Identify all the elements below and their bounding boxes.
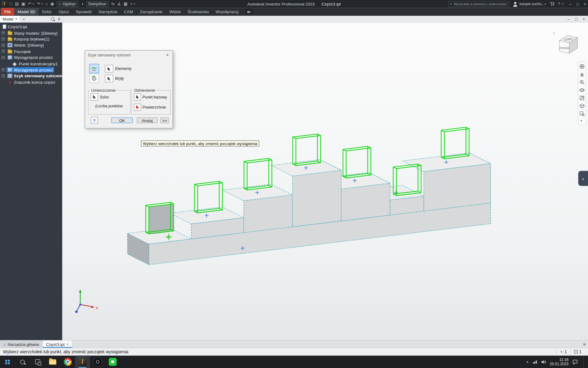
- tree-item-model-states[interactable]: Stany modelu: [Główny]: [0, 30, 62, 36]
- add-quick-tool-icon[interactable]: +: [130, 0, 133, 8]
- tree-item-sketch-driven-pattern1[interactable]: Szyk sterowany szkicem1: [0, 73, 62, 79]
- doc-close-button[interactable]: ×: [583, 17, 585, 21]
- help-search-box[interactable]: ▸: [449, 1, 509, 7]
- qat-customize-caret-icon[interactable]: ▾: [134, 2, 135, 6]
- color-swatch-icon[interactable]: ▦: [124, 0, 128, 8]
- save-icon[interactable]: ▣: [21, 0, 25, 8]
- help-search-input[interactable]: [453, 2, 508, 6]
- look-at-icon[interactable]: [579, 95, 585, 101]
- inventor-app-icon[interactable]: I: [2, 1, 7, 7]
- browser-search-icon[interactable]: [51, 17, 55, 21]
- browser-tab-model[interactable]: Model ×: [0, 16, 21, 22]
- browser-menu-icon[interactable]: ≡: [58, 16, 61, 21]
- ribbon-tab-srodowiska[interactable]: Środowiska: [184, 8, 212, 15]
- redo-caret-icon[interactable]: ▾: [41, 2, 43, 6]
- material-dropdown[interactable]: ◐ Ogólny ▾: [57, 1, 78, 7]
- browser-tab-close-icon[interactable]: ×: [15, 17, 17, 21]
- ribbon-tab-narzedzia[interactable]: Narzędzia: [95, 8, 121, 15]
- full-navigation-wheel-icon[interactable]: [579, 64, 585, 69]
- taskbar-clock[interactable]: 11:16 25.01.2023: [550, 357, 568, 366]
- more-options-button[interactable]: >>: [160, 117, 169, 123]
- expand-icon[interactable]: [2, 74, 5, 78]
- elements-picker-button[interactable]: [105, 65, 113, 72]
- view-cube[interactable]: ⌂ GÓRA PRZÓD: [554, 32, 581, 56]
- ribbon-tab-model-3d[interactable]: Model 3D: [14, 8, 39, 15]
- sketch-driven-pattern-dialog[interactable]: Szyk sterowany szkicem ×: [85, 50, 173, 128]
- home-icon[interactable]: ⌂: [45, 0, 48, 8]
- surfaces-picker-button[interactable]: [134, 104, 141, 111]
- tree-item-extrusion1[interactable]: Wyciągnięcie proste1: [0, 54, 62, 60]
- tab-list-menu-icon[interactable]: ≡: [583, 342, 586, 347]
- orbit-icon[interactable]: [579, 87, 585, 93]
- expand-icon[interactable]: [2, 44, 5, 47]
- ribbon-tab-plik[interactable]: Plik: [1, 8, 14, 15]
- expand-icon[interactable]: [2, 68, 5, 71]
- graphics-canvas[interactable]: Wybierz wierzchołek lub punkt, aby zmien…: [62, 22, 588, 340]
- navbar-more-caret-icon[interactable]: ▾: [581, 119, 582, 122]
- store-cart-icon[interactable]: [550, 2, 555, 6]
- inventor-taskbar-button[interactable]: I: [75, 356, 90, 368]
- ribbon-tab-szkic[interactable]: Szkic: [39, 8, 55, 15]
- show-desktop-button[interactable]: [583, 356, 585, 368]
- file-explorer-button[interactable]: [45, 356, 60, 368]
- expand-icon[interactable]: [2, 37, 5, 41]
- cancel-button[interactable]: Anuluj: [137, 117, 157, 123]
- taskbar-search-button[interactable]: [15, 356, 30, 368]
- ribbon-tab-zarzadzanie[interactable]: Zarządzanie: [137, 8, 166, 15]
- appearance-sphere-icon[interactable]: ◑: [81, 0, 83, 8]
- model-body[interactable]: [127, 153, 490, 265]
- ribbon-tab-widok[interactable]: Widok: [166, 8, 184, 15]
- tree-item-extrusion2[interactable]: Wyciągnięcie proste2: [0, 67, 62, 73]
- minimize-button[interactable]: –: [569, 2, 572, 6]
- help-icon[interactable]: ?: [558, 0, 560, 8]
- view-face-icon[interactable]: [579, 103, 585, 109]
- panel-collapse-arrow[interactable]: ‹: [578, 171, 588, 186]
- tray-expand-icon[interactable]: ∧: [526, 360, 529, 364]
- tab-part-document[interactable]: Część3.ipt ×: [43, 341, 73, 348]
- measure-icon[interactable]: ∡: [117, 0, 121, 8]
- green-app-button[interactable]: [105, 356, 120, 368]
- ribbon-tab-opisz[interactable]: Opisz: [55, 8, 72, 15]
- expand-icon[interactable]: [2, 31, 5, 35]
- part-tab-close-icon[interactable]: ×: [66, 342, 69, 346]
- tree-item-view[interactable]: Widok: [Główny]: [0, 42, 62, 48]
- ok-button[interactable]: OK: [111, 117, 133, 123]
- zoom-icon[interactable]: [579, 80, 585, 85]
- chrome-button[interactable]: [60, 356, 75, 368]
- viewcube-home-icon[interactable]: ⌂: [553, 31, 555, 35]
- zoom-window-icon[interactable]: [579, 111, 585, 116]
- doc-restore-button[interactable]: □: [575, 17, 578, 21]
- restore-button[interactable]: □: [576, 2, 579, 6]
- pattern-features-mode-button[interactable]: [89, 64, 99, 73]
- pattern-solids-mode-button[interactable]: [89, 74, 99, 83]
- new-file-icon[interactable]: □: [10, 0, 12, 8]
- undo-caret-icon[interactable]: ▾: [32, 2, 34, 6]
- tree-item-origin[interactable]: Początek: [0, 48, 62, 54]
- close-button[interactable]: ×: [584, 2, 586, 6]
- browser-add-tab-button[interactable]: +: [21, 17, 27, 21]
- user-account-menu[interactable]: kacper.sucho... ▾: [513, 1, 546, 6]
- viewcube-front-label[interactable]: PRZÓD: [560, 47, 569, 50]
- network-icon[interactable]: [533, 360, 537, 364]
- capture-icon[interactable]: ◉: [51, 0, 54, 8]
- dialog-help-button[interactable]: ?: [91, 117, 98, 124]
- dialog-close-icon[interactable]: ×: [165, 52, 170, 57]
- expand-icon[interactable]: [2, 56, 5, 59]
- ribbon-tab-cam[interactable]: CAM: [121, 8, 137, 15]
- tree-item-solid-bodies[interactable]: Korpusy bryłowe(1): [0, 36, 62, 42]
- undo-icon[interactable]: ↶: [28, 0, 31, 8]
- pan-hand-icon[interactable]: [579, 72, 585, 77]
- tab-home[interactable]: ⌂ Narzędzia główne: [0, 341, 43, 348]
- start-button[interactable]: [0, 356, 15, 368]
- screen-record-button[interactable]: ◉ ▾: [245, 9, 253, 15]
- volume-icon[interactable]: [541, 359, 546, 364]
- redo-icon[interactable]: ↷: [37, 0, 40, 8]
- tree-item-end-of-part[interactable]: Znacznik końca części: [0, 79, 62, 85]
- tree-item-part[interactable]: Część3.ipt: [0, 24, 62, 30]
- dialog-title-bar[interactable]: Szyk sterowany szkicem ×: [85, 51, 172, 59]
- task-view-button[interactable]: [30, 356, 45, 368]
- ribbon-tab-sprawdz[interactable]: Sprawdź: [73, 8, 95, 15]
- parameters-fx-icon[interactable]: fx: [111, 0, 115, 8]
- notification-center-icon[interactable]: [572, 359, 578, 364]
- help-caret-icon[interactable]: ▾: [562, 2, 564, 6]
